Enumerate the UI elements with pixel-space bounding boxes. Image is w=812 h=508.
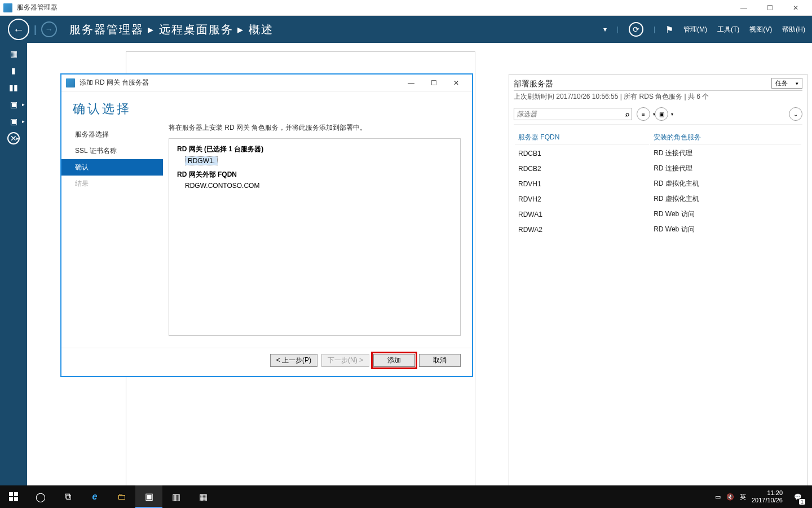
add-rd-gateway-wizard: 添加 RD 网关 台服务器 — ☐ ✕ 确认选择 服务器选择SSL 证书名称确认…: [61, 74, 473, 376]
breadcrumb: 服务器管理器 ▸ 远程桌面服务 ▸ 概述: [69, 22, 273, 37]
wizard-nav-result: 结果: [61, 176, 163, 192]
wizard-nav-ssl_name[interactable]: SSL 证书名称: [61, 143, 163, 159]
nav-local-icon[interactable]: ▮: [6, 64, 21, 77]
system-tray: ▭ 🔇 英 11:20 2017/10/26 💬1: [715, 485, 812, 508]
nav-dashboard-icon[interactable]: ▦: [6, 47, 21, 60]
taskbar: ◯ ⧉ e 🗀 ▣ ▥ ▦ ▭ 🔇 英 11:20 2017/10/26 💬1: [0, 485, 812, 508]
col-role[interactable]: 安装的角色服务: [650, 130, 801, 145]
col-fqdn[interactable]: 服务器 FQDN: [515, 130, 649, 145]
menu-view[interactable]: 视图(V): [749, 25, 772, 34]
flag-icon[interactable]: ⚑: [665, 24, 673, 35]
taskview-icon[interactable]: ⧉: [54, 485, 81, 508]
explorer-icon[interactable]: 🗀: [108, 485, 135, 508]
header-right: ▾ | ⟳ | ⚑ 管理(M) 工具(T) 视图(V) 帮助(H): [603, 22, 805, 37]
cell-role: RD 虚拟化主机: [650, 177, 801, 191]
window-controls: — ☐ ✕: [731, 0, 809, 16]
deploy-subtitle: 上次刷新时间 2017/10/26 10:56:55 | 所有 RDS 角色服务…: [514, 90, 802, 102]
servermgr-taskbar-icon[interactable]: ▣: [135, 485, 162, 508]
header-band: ← | → 服务器管理器 ▸ 远程桌面服务 ▸ 概述 ▾ | ⟳ | ⚑ 管理(…: [0, 16, 812, 43]
minimize-button[interactable]: —: [731, 0, 757, 16]
wizard-maximize-button[interactable]: ☐: [422, 75, 445, 91]
nav-allservers-icon[interactable]: ▮▮: [6, 81, 21, 94]
svg-rect-2: [9, 497, 13, 501]
next-button: 下一步(N) >: [321, 354, 369, 367]
tasks-dropdown[interactable]: 任务: [771, 78, 802, 89]
wizard-footer: < 上一步(P) 下一步(N) > 添加 取消: [61, 348, 472, 373]
list-view-icon[interactable]: ≡▾: [637, 107, 650, 121]
deploy-toolbar: ⌕ ≡▾ ▣▾ ⌄: [514, 107, 802, 125]
search-icon[interactable]: ◯: [27, 485, 54, 508]
table-row[interactable]: RDCB1RD 连接代理: [515, 146, 801, 160]
taskbar-app2-icon[interactable]: ▦: [189, 485, 217, 508]
nav-roles-icon[interactable]: ✕: [7, 132, 20, 144]
tasks-label: 任务: [775, 79, 788, 87]
section-external-fqdn: RD 网关外部 FQDN: [177, 170, 452, 179]
cell-fqdn: RDVH1: [515, 177, 649, 191]
filter-box[interactable]: ⌕: [514, 108, 632, 120]
deployment-servers-panel: 任务 部署服务器 上次刷新时间 2017/10/26 10:56:55 | 所有…: [509, 74, 807, 486]
cell-role: RD 连接代理: [650, 161, 801, 176]
cancel-button[interactable]: 取消: [419, 354, 461, 367]
wizard-window-title: 添加 RD 网关 台服务器: [80, 78, 400, 87]
wizard-minimize-button[interactable]: —: [400, 75, 422, 91]
cell-fqdn: RDWA2: [515, 222, 649, 237]
tray-notification-icon[interactable]: 💬1: [788, 485, 807, 508]
wizard-summary-box: RD 网关 (已选择 1 台服务器) RDGW1. RD 网关外部 FQDN R…: [169, 138, 461, 336]
search-icon[interactable]: ⌕: [625, 110, 629, 118]
nav-rds-icon[interactable]: ▣: [3, 115, 24, 128]
cell-fqdn: RDCB1: [515, 146, 649, 160]
close-button[interactable]: ✕: [783, 0, 809, 16]
nav-iis-icon[interactable]: ▣: [3, 98, 24, 111]
wizard-icon: [66, 78, 75, 87]
svg-rect-0: [9, 492, 13, 496]
wizard-content: 将在服务器上安装 RD 网关 角色服务，并将此服务添加到部署中。 RD 网关 (…: [163, 122, 472, 348]
wizard-nav: 服务器选择SSL 证书名称确认结果: [61, 122, 163, 348]
menu-help[interactable]: 帮助(H): [782, 25, 805, 34]
app-icon: [3, 3, 12, 12]
notif-badge: 1: [799, 499, 805, 505]
body: ▦ ▮ ▮▮ ▣ ▣ ✕ 任务 部署服务器 上次刷新时间 2017/10/26 …: [0, 43, 812, 485]
svg-rect-3: [14, 497, 18, 501]
prev-button[interactable]: < 上一步(P): [270, 354, 317, 367]
filter-input[interactable]: [517, 110, 625, 118]
deploy-title: 部署服务器: [514, 79, 802, 89]
table-row[interactable]: RDVH1RD 虚拟化主机: [515, 177, 801, 191]
deploy-table: 服务器 FQDN 安装的角色服务 RDCB1RD 连接代理RDCB2RD 连接代…: [514, 129, 802, 238]
menu-tools[interactable]: 工具(T): [717, 25, 739, 34]
tray-clock[interactable]: 11:20 2017/10/26: [752, 489, 783, 504]
cell-fqdn: RDWA1: [515, 207, 649, 221]
wizard-description: 将在服务器上安装 RD 网关 角色服务，并将此服务添加到部署中。: [169, 123, 461, 133]
cell-role: RD 虚拟化主机: [650, 192, 801, 206]
refresh-icon[interactable]: ⟳: [629, 22, 643, 37]
start-button[interactable]: [0, 485, 27, 508]
selected-server[interactable]: RDGW1.: [185, 156, 218, 165]
app-title: 服务器管理器: [17, 3, 731, 12]
title-bar: 服务器管理器 — ☐ ✕: [0, 0, 812, 16]
wizard-nav-server_select[interactable]: 服务器选择: [61, 126, 163, 143]
wizard-nav-confirm[interactable]: 确认: [61, 159, 163, 176]
tray-sound-icon[interactable]: 🔇: [726, 493, 734, 501]
table-row[interactable]: RDVH2RD 虚拟化主机: [515, 192, 801, 206]
header-separator: |: [34, 24, 37, 36]
menu-manage[interactable]: 管理(M): [683, 25, 707, 34]
wizard-close-button[interactable]: ✕: [445, 75, 467, 91]
ie-icon[interactable]: e: [81, 485, 108, 508]
cell-fqdn: RDVH2: [515, 192, 649, 206]
table-row[interactable]: RDCB2RD 连接代理: [515, 161, 801, 176]
header-sep: |: [617, 25, 619, 33]
maximize-button[interactable]: ☐: [757, 0, 783, 16]
table-row[interactable]: RDWA1RD Web 访问: [515, 207, 801, 221]
wizard-header: 确认选择: [61, 91, 472, 122]
forward-button[interactable]: →: [41, 21, 57, 37]
tray-date: 2017/10/26: [752, 497, 783, 504]
tray-action-center-icon[interactable]: ▭: [715, 493, 721, 501]
back-button[interactable]: ←: [8, 19, 29, 40]
add-button[interactable]: 添加: [373, 354, 415, 367]
header-dropdown-icon[interactable]: ▾: [603, 25, 607, 33]
expand-icon[interactable]: ⌄: [789, 107, 802, 121]
section-rd-gateway: RD 网关 (已选择 1 台服务器): [177, 144, 452, 154]
taskbar-app1-icon[interactable]: ▥: [162, 485, 189, 508]
save-view-icon[interactable]: ▣▾: [655, 107, 668, 121]
tray-ime[interactable]: 英: [740, 493, 746, 501]
table-row[interactable]: RDWA2RD Web 访问: [515, 222, 801, 237]
